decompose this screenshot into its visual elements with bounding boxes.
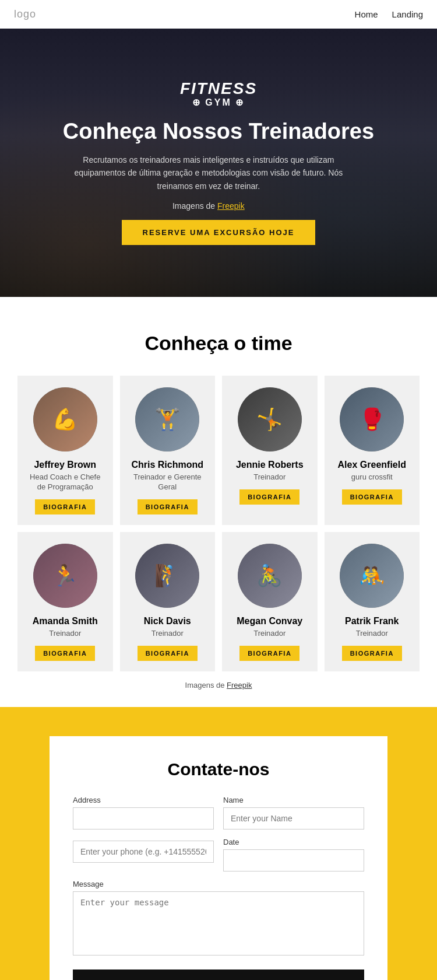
message-group: Message xyxy=(73,880,364,958)
hero-image-credit: Imagens de Freepik xyxy=(63,200,354,212)
team-grid-row1: 💪 Jeffrey Brown Head Coach e Chefe de Pr… xyxy=(17,376,420,525)
avatar-image: 🤸 xyxy=(238,387,302,452)
team-card: 🤼 Patrik Frank Treinador BIOGRAFIA xyxy=(325,532,420,671)
dumbbell-icon: ⊕ xyxy=(192,97,202,108)
contact-title: Contate-nos xyxy=(73,760,364,779)
form-row-address-name: Address Name xyxy=(73,796,364,830)
team-member-name: Chris Richmond xyxy=(131,460,203,470)
address-group: Address xyxy=(73,796,214,830)
date-label: Date xyxy=(223,838,364,846)
avatar-image: 🧗 xyxy=(135,544,199,608)
team-member-role: Treinador xyxy=(356,629,388,639)
team-member-role: Treinador e Gerente Geral xyxy=(128,473,207,492)
biography-button[interactable]: BIOGRAFIA xyxy=(138,646,198,661)
logo: logo xyxy=(14,8,36,20)
avatar: 🥊 xyxy=(340,387,404,452)
name-label: Name xyxy=(223,796,364,804)
biography-button[interactable]: BIOGRAFIA xyxy=(239,646,299,661)
date-group: Date xyxy=(223,838,364,872)
team-member-role: Head Coach e Chefe de Programação xyxy=(26,473,105,492)
team-member-name: Alex Greenfield xyxy=(338,460,406,470)
dumbbell-icon-right: ⊕ xyxy=(235,97,245,108)
team-title: Conheça o time xyxy=(17,332,420,355)
team-card: 🤸 Jennie Roberts Treinador BIOGRAFIA xyxy=(222,376,318,525)
biography-button[interactable]: BIOGRAFIA xyxy=(342,489,402,505)
brand-name-line1: FITNESS xyxy=(180,80,257,97)
name-group: Name xyxy=(223,796,364,830)
team-card: 🏃 Amanda Smith Treinador BIOGRAFIA xyxy=(17,532,113,671)
avatar-image: 💪 xyxy=(33,387,97,452)
avatar-image: 🚴 xyxy=(238,544,302,608)
team-member-role: guru crossfit xyxy=(351,473,393,482)
avatar: 🧗 xyxy=(135,544,199,608)
brand-name-line2: ⊕ GYM ⊕ xyxy=(192,97,244,108)
team-card: 🧗 Nick Davis Treinador BIOGRAFIA xyxy=(120,532,216,671)
avatar-image: 🤼 xyxy=(340,544,404,608)
team-member-role: Treinador xyxy=(253,473,286,482)
team-card: 🚴 Megan Convay Treinador BIOGRAFIA xyxy=(222,532,318,671)
team-member-role: Treinador xyxy=(151,629,184,639)
biography-button[interactable]: BIOGRAFIA xyxy=(35,646,95,661)
team-member-name: Nick Davis xyxy=(144,616,191,626)
phone-input[interactable] xyxy=(73,841,214,863)
contact-form-wrapper: Contate-nos Address Name Date Message xyxy=(50,736,387,980)
team-card: 🏋️ Chris Richmond Treinador e Gerente Ge… xyxy=(120,376,216,525)
form-row-phone-date: Date xyxy=(73,838,364,872)
hero-content: FITNESS ⊕ GYM ⊕ Conheça Nossos Treinador… xyxy=(16,80,421,244)
team-member-name: Jennie Roberts xyxy=(236,460,304,470)
team-card: 💪 Jeffrey Brown Head Coach e Chefe de Pr… xyxy=(17,376,113,525)
brand-logo: FITNESS ⊕ GYM ⊕ xyxy=(63,80,374,108)
hero-description: Recrutamos os treinadores mais inteligen… xyxy=(63,153,354,192)
team-member-name: Jeffrey Brown xyxy=(34,460,96,470)
nav-landing[interactable]: Landing xyxy=(392,9,423,19)
message-input[interactable] xyxy=(73,891,364,956)
avatar: 🤸 xyxy=(238,387,302,452)
hero-title: Conheça Nossos Treinadores xyxy=(63,118,374,145)
team-card: 🥊 Alex Greenfield guru crossfit BIOGRAFI… xyxy=(325,376,420,525)
hero-section: FITNESS ⊕ GYM ⊕ Conheça Nossos Treinador… xyxy=(0,29,437,297)
avatar: 🏃 xyxy=(33,544,97,608)
address-input[interactable] xyxy=(73,807,214,830)
biography-button[interactable]: BIOGRAFIA xyxy=(35,499,95,514)
team-member-name: Patrik Frank xyxy=(345,616,399,626)
navbar: logo Home Landing xyxy=(0,0,437,29)
name-input[interactable] xyxy=(223,807,364,830)
avatar-image: 🏃 xyxy=(33,544,97,608)
address-label: Address xyxy=(73,796,214,804)
avatar: 🤼 xyxy=(340,544,404,608)
biography-button[interactable]: BIOGRAFIA xyxy=(239,489,299,505)
team-member-role: Treinador xyxy=(253,629,286,639)
team-grid-row2: 🏃 Amanda Smith Treinador BIOGRAFIA 🧗 Nic… xyxy=(17,532,420,671)
team-member-name: Amanda Smith xyxy=(33,616,98,626)
team-member-name: Megan Convay xyxy=(237,616,302,626)
team-member-role: Treinador xyxy=(49,629,81,639)
nav-home[interactable]: Home xyxy=(355,9,378,19)
message-label: Message xyxy=(73,880,364,888)
submit-button[interactable]: ENVIAR xyxy=(73,970,364,980)
team-image-credit: Imagens de Freepik xyxy=(17,681,420,690)
date-input[interactable] xyxy=(223,849,364,872)
contact-section: Contate-nos Address Name Date Message xyxy=(0,707,437,980)
avatar: 🏋️ xyxy=(135,387,199,452)
phone-group xyxy=(73,838,214,872)
hero-cta-button[interactable]: RESERVE UMA EXCURSÃO HOJE xyxy=(122,220,316,245)
team-freepik-link[interactable]: Freepik xyxy=(227,681,252,690)
avatar: 🚴 xyxy=(238,544,302,608)
avatar: 💪 xyxy=(33,387,97,452)
nav-links: Home Landing xyxy=(355,9,423,19)
freepik-link[interactable]: Freepik xyxy=(217,201,245,211)
biography-button[interactable]: BIOGRAFIA xyxy=(342,646,402,661)
biography-button[interactable]: BIOGRAFIA xyxy=(138,499,198,514)
team-section: Conheça o time 💪 Jeffrey Brown Head Coac… xyxy=(0,297,437,707)
avatar-image: 🏋️ xyxy=(135,387,199,452)
avatar-image: 🥊 xyxy=(340,387,404,452)
